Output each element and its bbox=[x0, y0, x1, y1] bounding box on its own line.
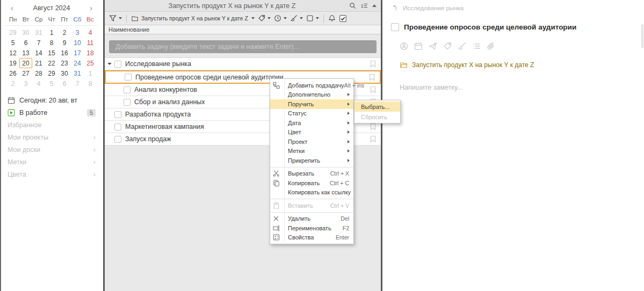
calendar-day[interactable]: 31 bbox=[71, 68, 84, 78]
calendar-day[interactable]: 20 bbox=[19, 58, 32, 68]
calendar-day[interactable]: 30 bbox=[58, 68, 71, 78]
menu-item-attach[interactable]: Прикрепить bbox=[270, 156, 353, 165]
time-button[interactable] bbox=[274, 14, 287, 22]
bookmark-icon[interactable] bbox=[370, 123, 376, 130]
calendar-day[interactable]: 22 bbox=[45, 58, 58, 68]
submenu-item-reset[interactable]: Сбросить bbox=[354, 112, 400, 122]
bell-icon[interactable] bbox=[328, 14, 336, 22]
task-checkbox[interactable] bbox=[114, 111, 121, 118]
calendar-day[interactable]: 1 bbox=[45, 27, 58, 38]
collapse-chevron-icon[interactable]: ‹ bbox=[93, 133, 96, 141]
task-checkbox[interactable] bbox=[124, 99, 131, 106]
project-link[interactable]: Запустить продукт X на рынок Y к дате Z bbox=[400, 61, 644, 69]
calendar-day[interactable]: 5 bbox=[45, 78, 58, 89]
calendar-day[interactable]: 31 bbox=[32, 27, 45, 38]
calendar-day[interactable]: 12 bbox=[6, 48, 19, 58]
task-checkbox[interactable] bbox=[125, 74, 132, 81]
menu-item-rename[interactable]: Переименовать F2 bbox=[270, 223, 353, 233]
menu-item-date[interactable]: Дата bbox=[270, 118, 353, 128]
calendar-day[interactable]: 8 bbox=[84, 78, 97, 89]
collapse-chevron-icon[interactable]: ‹ bbox=[93, 158, 96, 166]
collapse-panel-icon[interactable] bbox=[372, 4, 377, 7]
calendar-day[interactable]: 16 bbox=[58, 48, 71, 58]
calendar-day[interactable]: 7 bbox=[32, 38, 45, 48]
calendar-day[interactable]: 15 bbox=[45, 48, 58, 58]
calendar-day[interactable]: 1 bbox=[84, 68, 97, 78]
calendar-day[interactable]: 11 bbox=[84, 38, 97, 48]
menu-item-paste[interactable]: Вставить Ctrl + V bbox=[270, 201, 353, 210]
sidebar-nav-item[interactable]: Метки ‹ bbox=[1, 156, 102, 168]
sort-icon[interactable]: 1 bbox=[360, 2, 368, 9]
bookmark-icon[interactable] bbox=[370, 60, 376, 68]
calendar-day[interactable]: 6 bbox=[58, 78, 71, 89]
sidebar-item-today[interactable]: Сегодня: 20 авг, вт bbox=[1, 94, 102, 106]
calendar-day[interactable]: 5 bbox=[6, 38, 19, 48]
show-completed-checkbox[interactable] bbox=[339, 14, 347, 23]
menu-item-color[interactable]: Цвет bbox=[270, 128, 353, 137]
calendar-day[interactable]: 30 bbox=[19, 27, 32, 38]
scrollbar-thumb[interactable] bbox=[641, 24, 643, 48]
calendar-day[interactable]: 2 bbox=[6, 78, 19, 89]
task-checkbox[interactable] bbox=[114, 136, 121, 143]
calendar-day[interactable]: 24 bbox=[71, 58, 84, 68]
filter-button[interactable] bbox=[109, 14, 122, 22]
calendar-day[interactable]: 27 bbox=[19, 68, 32, 78]
calendar-day[interactable]: 9 bbox=[58, 38, 71, 48]
task-checkbox[interactable] bbox=[114, 61, 121, 68]
task-checkbox[interactable] bbox=[124, 86, 131, 93]
calendar-day[interactable]: 7 bbox=[71, 78, 84, 89]
menu-item-cut[interactable]: Вырезать Ctrl + X bbox=[270, 169, 353, 179]
tag-icon[interactable] bbox=[443, 42, 452, 50]
menu-item-copy-link[interactable]: Копировать как ссылку bbox=[270, 188, 353, 198]
calendar-prev-button[interactable]: ‹ bbox=[11, 4, 18, 12]
sidebar-nav-item[interactable]: Избранное bbox=[1, 119, 102, 131]
calendar-day[interactable]: 18 bbox=[84, 48, 97, 58]
bookmark-icon[interactable] bbox=[370, 86, 376, 93]
detail-task-checkbox[interactable] bbox=[391, 23, 399, 31]
delegate-icon[interactable] bbox=[429, 42, 437, 50]
calendar-day[interactable]: 25 bbox=[84, 58, 97, 68]
assignee-icon[interactable] bbox=[400, 42, 408, 50]
add-task-input[interactable]: Добавить задачу (введите текст задачи и … bbox=[109, 40, 377, 53]
menu-item-more[interactable]: Дополнительно bbox=[270, 90, 353, 100]
calendar-day[interactable]: 19 bbox=[6, 58, 19, 68]
calendar-day[interactable]: 3 bbox=[19, 78, 32, 89]
calendar-day[interactable]: 26 bbox=[6, 68, 19, 78]
sidebar-nav-item[interactable]: Цвета ‹ bbox=[1, 168, 102, 180]
column-header[interactable]: Наименование bbox=[105, 25, 381, 34]
note-input[interactable]: Напишите заметку... bbox=[400, 84, 644, 91]
calendar-next-button[interactable]: › bbox=[85, 4, 92, 12]
submenu-item-choose[interactable]: Выбрать... bbox=[354, 101, 400, 112]
tag-button[interactable] bbox=[258, 14, 271, 22]
sidebar-item-in-work[interactable]: В работе 5 bbox=[1, 106, 102, 119]
calendar-day[interactable]: 29 bbox=[6, 27, 19, 38]
calendar-day[interactable]: 3 bbox=[71, 27, 84, 38]
collapse-chevron-icon[interactable]: ‹ bbox=[93, 146, 96, 154]
breadcrumb[interactable]: Исследование рынка bbox=[403, 5, 464, 11]
attach-icon[interactable] bbox=[487, 42, 495, 50]
checklist-icon[interactable] bbox=[472, 42, 481, 50]
menu-item-delete[interactable]: Удалить Del bbox=[270, 214, 353, 224]
calendar-day[interactable]: 2 bbox=[58, 27, 71, 38]
sidebar-nav-item[interactable]: Мои доски ‹ bbox=[1, 143, 102, 156]
calendar-day[interactable]: 10 bbox=[71, 38, 84, 48]
menu-item-project[interactable]: Проект bbox=[270, 137, 353, 147]
calendar-day[interactable]: 23 bbox=[58, 58, 71, 68]
calendar-day[interactable]: 28 bbox=[32, 68, 45, 78]
calendar-day[interactable]: 21 bbox=[32, 58, 45, 68]
calendar-day[interactable]: 14 bbox=[32, 48, 45, 58]
calendar-day[interactable]: 17 bbox=[71, 48, 84, 58]
menu-item-properties[interactable]: Свойства Enter bbox=[270, 233, 353, 243]
calendar-day[interactable]: 4 bbox=[32, 78, 45, 89]
status-square-button[interactable] bbox=[306, 14, 319, 22]
bookmark-icon[interactable] bbox=[370, 135, 376, 143]
sidebar-nav-item[interactable]: Мои проекты ‹ bbox=[1, 131, 102, 143]
menu-item-labels[interactable]: Метки bbox=[270, 147, 353, 156]
collapse-chevron-icon[interactable]: ‹ bbox=[93, 170, 96, 178]
calendar-day[interactable]: 6 bbox=[19, 38, 32, 48]
color-brush-button[interactable] bbox=[290, 14, 303, 22]
menu-item-copy[interactable]: Копировать Ctrl + C bbox=[270, 178, 353, 188]
menu-item-assign[interactable]: Поручить bbox=[270, 99, 353, 109]
calendar-day[interactable]: 4 bbox=[84, 27, 97, 38]
calendar-day[interactable]: 13 bbox=[19, 48, 32, 58]
